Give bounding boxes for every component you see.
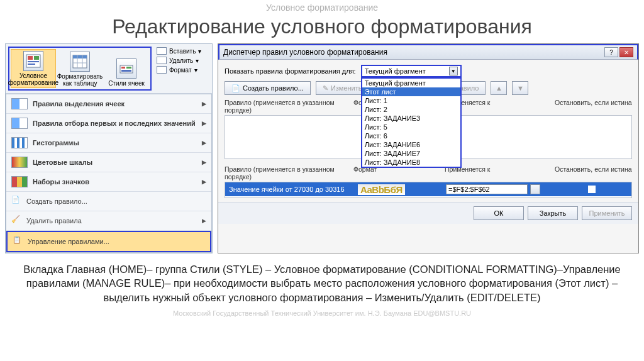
slide-footer: Московский Государственный Технический У…: [0, 306, 644, 317]
close-dialog-button[interactable]: Закрыть: [528, 206, 578, 220]
chevron-right-icon: ▶: [202, 159, 206, 165]
cells-group: Вставить▾ Удалить▾ Формат▾: [155, 47, 203, 91]
chevron-right-icon: ▶: [202, 101, 206, 107]
rule-format-preview: АаВbБбЯ: [358, 184, 446, 195]
show-rules-for-label: Показать правила форматирования для:: [225, 67, 356, 75]
range-input[interactable]: [446, 184, 528, 194]
iconsets-icon: [11, 176, 28, 187]
svg-rect-10: [120, 65, 133, 73]
rule-row[interactable]: Значение ячейки от 27030 до 30316 АаВbБб…: [225, 182, 631, 196]
move-up-button[interactable]: ▲: [491, 81, 507, 95]
scope-option[interactable]: Лист: ЗАДАНИЕ7: [362, 149, 460, 158]
scope-option[interactable]: Лист: 1: [362, 96, 460, 105]
new-rule-button[interactable]: 📄Создать правило...: [225, 81, 311, 95]
scope-option[interactable]: Текущий фрагмент: [362, 79, 460, 87]
chevron-right-icon: ▶: [202, 120, 206, 126]
slide-title: Редактирование условного форматирования: [0, 13, 644, 43]
menu-new-rule[interactable]: 📄Создать правило...: [6, 192, 211, 211]
edit-icon: ✎: [323, 84, 328, 92]
delete-icon: [157, 57, 167, 64]
col-stop: Остановить, если истина: [555, 99, 632, 114]
format-as-table-button[interactable]: Форматировать как таблицу: [57, 50, 103, 88]
styles-group: Условное форматирование Форматировать ка…: [8, 47, 152, 91]
slide-header: Условное форматирование: [0, 0, 644, 13]
scope-selected: Текущий фрагмент: [365, 67, 426, 75]
conditional-formatting-button[interactable]: Условное форматирование: [11, 49, 56, 88]
rule-description: Значение ячейки от 27030 до 30316: [229, 186, 358, 193]
chevron-down-icon[interactable]: ▼: [449, 67, 458, 75]
topbottom-icon: [11, 118, 28, 129]
format-icon: [157, 66, 167, 74]
dialog-footer: ОК Закрыть Применить: [218, 202, 638, 224]
cond-fmt-icon: [23, 51, 43, 71]
svg-rect-12: [126, 67, 131, 69]
scope-option[interactable]: Лист: ЗАДАНИЕ3: [362, 114, 460, 123]
menu-color-scales[interactable]: Цветовые шкалы▶: [6, 153, 211, 172]
scope-option[interactable]: Лист: ЗАДАНИЕ6: [362, 140, 460, 149]
dialog-title-text: Диспетчер правил условного форматировани…: [223, 48, 387, 57]
svg-rect-3: [28, 61, 39, 62]
help-button[interactable]: ?: [604, 47, 618, 57]
insert-button[interactable]: Вставить▾: [155, 47, 203, 55]
cf-dropdown-menu: Правила выделения ячеек▶ Правила отбора …: [6, 94, 212, 253]
rule-applies-to: [446, 184, 556, 194]
scope-combobox[interactable]: Текущий фрагмент ▼: [361, 65, 462, 77]
menu-highlight-cells[interactable]: Правила выделения ячеек▶: [6, 94, 211, 114]
highlight-icon: [11, 98, 28, 109]
chevron-right-icon: ▶: [202, 218, 206, 224]
svg-rect-11: [121, 67, 125, 69]
scope-option[interactable]: Лист: ЗАДАНИЕ8: [362, 158, 460, 167]
apply-button[interactable]: Применить: [582, 206, 632, 220]
new-icon: 📄: [231, 84, 240, 92]
cell-styles-button[interactable]: Стили ячеек: [104, 57, 149, 88]
menu-top-bottom[interactable]: Правила отбора первых и последних значен…: [6, 114, 211, 133]
scope-option[interactable]: Лист: 2: [362, 105, 460, 114]
format-button[interactable]: Формат▾: [155, 65, 203, 74]
scope-option[interactable]: Этот лист: [362, 87, 460, 96]
clear-icon: 🧹: [11, 215, 21, 226]
table-icon: [70, 52, 90, 72]
move-down-button[interactable]: ▼: [512, 81, 528, 95]
menu-clear-rules[interactable]: 🧹Удалить правила▶: [6, 211, 211, 231]
databars-icon: [11, 137, 28, 148]
cell-styles-icon: [116, 58, 136, 79]
range-select-button[interactable]: [530, 184, 540, 194]
menu-icon-sets[interactable]: Наборы значков▶: [6, 172, 211, 192]
ribbon-panel: Условное форматирование Форматировать ка…: [5, 43, 213, 253]
chevron-right-icon: ▶: [202, 140, 206, 146]
cf-manager-dialog: Диспетчер правил условного форматировани…: [218, 43, 639, 253]
scope-option[interactable]: Лист: 6: [362, 131, 460, 140]
scope-dropdown-list: Текущий фрагментЭтот листЛист: 1Лист: 2Л…: [361, 77, 462, 168]
insert-icon: [157, 47, 167, 55]
manage-icon: 📋: [13, 236, 23, 247]
menu-data-bars[interactable]: Гистограммы▶: [6, 133, 211, 153]
stop-if-true-checkbox[interactable]: [588, 186, 596, 193]
colorscales-icon: [11, 157, 28, 168]
rules-list[interactable]: Значение ячейки от 27030 до 30316 АаВbБб…: [225, 182, 632, 198]
close-button[interactable]: ✕: [619, 47, 633, 57]
chevron-down-icon: ▾: [198, 48, 201, 55]
chevron-down-icon: ▾: [194, 67, 197, 74]
new-rule-icon: 📄: [11, 196, 21, 207]
svg-rect-4: [28, 64, 35, 65]
chevron-down-icon: ▾: [196, 57, 199, 64]
ok-button[interactable]: ОК: [474, 206, 524, 220]
delete-button[interactable]: Удалить▾: [155, 56, 203, 65]
svg-rect-6: [73, 55, 87, 58]
svg-rect-1: [28, 56, 33, 60]
scope-option[interactable]: Лист: 5: [362, 123, 460, 131]
menu-manage-rules[interactable]: 📋Управление правилами...: [6, 231, 211, 252]
chevron-right-icon: ▶: [202, 179, 206, 185]
svg-rect-2: [34, 56, 39, 60]
slide-description: Вкладка Главная (HOME)– группа Стили (ST…: [0, 253, 644, 306]
svg-rect-13: [121, 70, 131, 72]
dialog-titlebar[interactable]: Диспетчер правил условного форматировани…: [218, 44, 638, 60]
col-rule: Правило (применяется в указанном порядке…: [225, 99, 353, 114]
